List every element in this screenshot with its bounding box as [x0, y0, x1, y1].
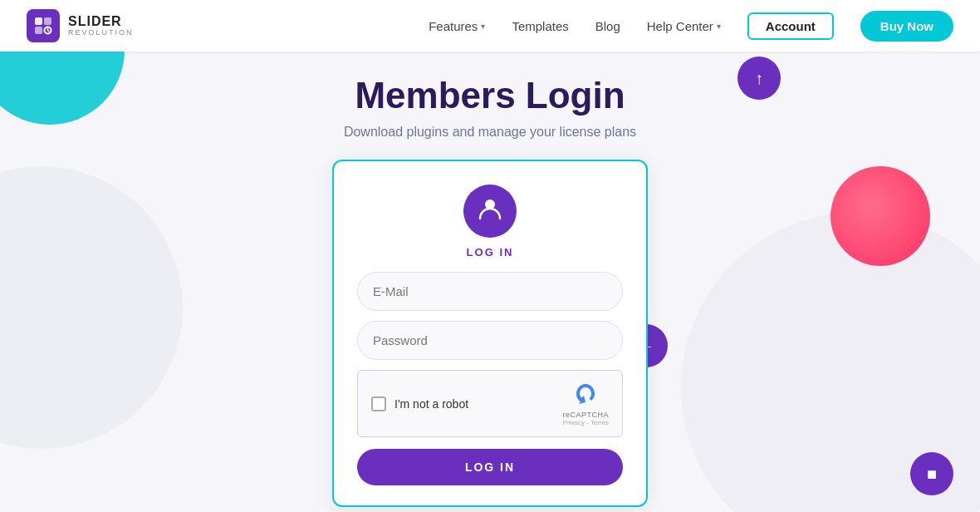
- login-card: LOG IN I'm not a robot reCAPTCHA Privacy…: [332, 160, 648, 507]
- recaptcha-logo-icon: [572, 381, 599, 411]
- logo-subtitle: REVOLUTION: [68, 29, 134, 37]
- nav-blog[interactable]: Blog: [595, 19, 620, 33]
- nav-account-button[interactable]: Account: [747, 12, 834, 40]
- nav-features[interactable]: Features ▾: [429, 19, 485, 33]
- login-submit-button[interactable]: LOG IN: [357, 449, 623, 485]
- svg-rect-1: [44, 17, 51, 25]
- logo-text: SLIDER REVOLUTION: [68, 14, 134, 37]
- buy-now-button[interactable]: Buy Now: [860, 11, 953, 42]
- svg-rect-2: [35, 27, 42, 34]
- nav-help[interactable]: Help Center ▾: [647, 19, 721, 33]
- password-input[interactable]: [357, 321, 623, 360]
- nav-templates[interactable]: Templates: [512, 19, 568, 33]
- page-subtitle: Download plugins and manage your license…: [344, 125, 636, 140]
- recaptcha-brand: reCAPTCHA: [562, 411, 609, 419]
- svg-rect-0: [35, 17, 42, 25]
- email-field-group: [357, 272, 623, 311]
- features-caret-icon: ▾: [481, 22, 485, 31]
- captcha-box[interactable]: I'm not a robot reCAPTCHA Privacy - Term…: [357, 370, 623, 437]
- navbar: SLIDER REVOLUTION Features ▾ Templates B…: [0, 0, 980, 52]
- help-caret-icon: ▾: [717, 22, 721, 31]
- user-icon: [477, 195, 503, 228]
- logo[interactable]: SLIDER REVOLUTION: [27, 9, 134, 42]
- avatar: [463, 185, 517, 238]
- recaptcha-links: Privacy - Terms: [563, 419, 609, 426]
- email-input[interactable]: [357, 272, 623, 311]
- logo-title: SLIDER: [68, 14, 134, 29]
- logo-icon: [27, 9, 60, 42]
- password-field-group: [357, 321, 623, 360]
- main-content: Members Login Download plugins and manag…: [0, 52, 980, 507]
- captcha-checkbox[interactable]: [371, 396, 386, 411]
- login-section-label: LOG IN: [467, 246, 514, 258]
- page-title: Members Login: [355, 75, 625, 116]
- nav-links: Features ▾ Templates Blog Help Center ▾ …: [429, 11, 953, 42]
- captcha-label: I'm not a robot: [394, 397, 468, 411]
